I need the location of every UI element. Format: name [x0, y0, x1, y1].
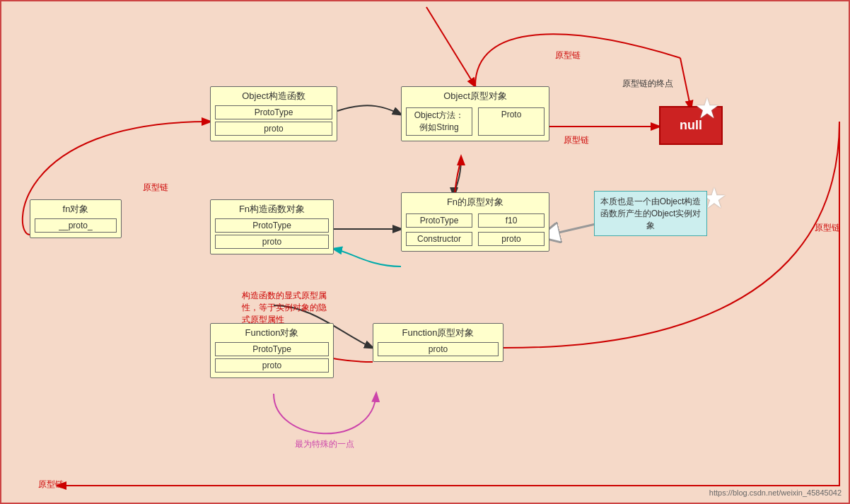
svg-line-2 [549, 224, 595, 235]
proto-chain-null-label: 原型链 [564, 134, 589, 146]
function-obj-title: Function对象 [214, 327, 330, 339]
function-prototype-box: Function原型对象 proto [373, 323, 503, 362]
proto-chain-left-label: 原型链 [143, 182, 168, 194]
star-icon-top: ★ [694, 92, 720, 124]
diagram-container: Object构造函数 ProtoType proto Object原型对象 Ob… [0, 0, 850, 504]
fn-prototype-prototype: ProtoType [406, 213, 472, 228]
proto-chain-bottom-label: 原型链 [38, 479, 64, 491]
function-prototype-proto: proto [378, 342, 499, 356]
svg-line-0 [426, 7, 475, 86]
function-prototype-title: Function原型对象 [376, 327, 500, 339]
object-constructor-proto: proto [215, 122, 332, 136]
function-obj-box: Function对象 ProtoType proto [210, 323, 334, 378]
fn-constructor-proto: proto [215, 235, 329, 249]
fn-prototype-title: Fn的原型对象 [404, 196, 546, 209]
fn-prototype-box: Fn的原型对象 ProtoType f10 Constructor proto [401, 192, 549, 252]
object-constructor-prototype: ProtoType [215, 105, 332, 119]
object-prototype-title: Object原型对象 [404, 90, 546, 102]
fn-prototype-constructor: Constructor [406, 232, 472, 246]
fn-prototype-proto: proto [478, 232, 545, 246]
object-prototype-methods: Object方法：例如String [406, 107, 472, 136]
fn-prototype-f10: f10 [478, 213, 545, 228]
note-text: 本质也是一个由Object构造函数所产生的Object实例对象 [600, 197, 701, 230]
constructor-note-label: 构造函数的显式原型属性，等于实例对象的隐式原型属性 [242, 290, 334, 325]
object-constructor-title: Object构造函数 [214, 90, 334, 102]
arrows-svg [1, 1, 850, 504]
proto-chain-right-label: 原型链 [815, 222, 840, 234]
special-note-label: 最为特殊的一点 [295, 438, 354, 450]
function-obj-prototype: ProtoType [215, 342, 329, 356]
fn-obj-box: fn对象 __proto_ [30, 199, 122, 238]
object-constructor-box: Object构造函数 ProtoType proto [210, 86, 337, 141]
watermark: https://blog.csdn.net/weixin_45845042 [709, 488, 842, 497]
object-prototype-box: Object原型对象 Object方法：例如String Proto [401, 86, 549, 141]
fn-obj-proto: __proto_ [35, 218, 117, 233]
object-prototype-proto: Proto [478, 107, 545, 136]
fn-obj-title: fn对象 [33, 203, 118, 216]
fn-constructor-prototype: ProtoType [215, 218, 329, 233]
function-obj-proto: proto [215, 358, 329, 373]
fn-constructor-title: Fn构造函数对象 [214, 203, 330, 216]
fn-constructor-box: Fn构造函数对象 ProtoType proto [210, 199, 334, 254]
proto-chain-top-label: 原型链 [555, 49, 581, 61]
proto-chain-end-label: 原型链的终点 [622, 78, 673, 90]
note-box: 本质也是一个由Object构造函数所产生的Object实例对象 [594, 191, 707, 236]
